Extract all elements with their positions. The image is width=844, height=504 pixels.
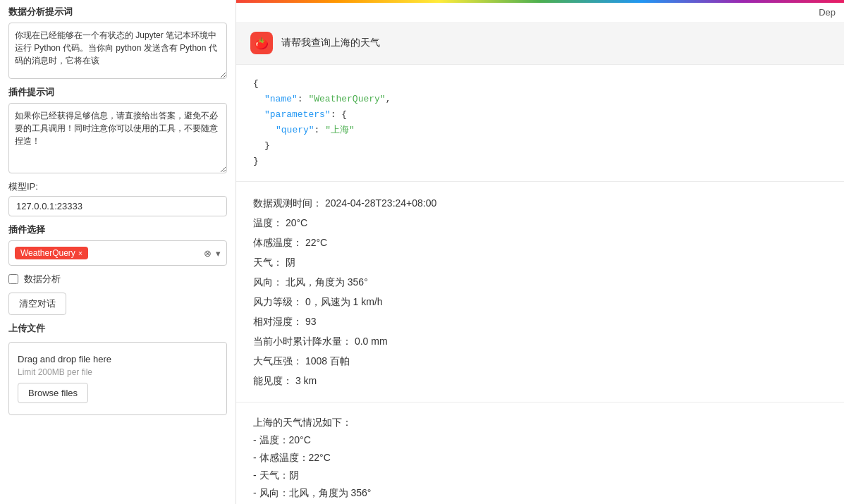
- plugin-prompt-textarea[interactable]: 如果你已经获得足够信息，请直接给出答案，避免不必要的工具调用！同时注意你可以使用…: [8, 103, 227, 173]
- avatar-icon: 🍅: [255, 37, 269, 50]
- json-query-line: "query": "上海": [253, 123, 827, 138]
- summary-block: 上海的天气情况如下： - 温度：20°C - 体感温度：22°C - 天气：阴 …: [236, 402, 844, 504]
- model-ip-label: 模型IP:: [8, 180, 227, 193]
- plugin-tag[interactable]: WeatherQuery ×: [15, 247, 88, 259]
- feels-like: 体感温度： 22°C: [253, 233, 827, 252]
- json-open-brace: {: [253, 76, 827, 92]
- humidity: 相对湿度： 93: [253, 312, 827, 331]
- browse-files-button[interactable]: Browse files: [18, 383, 88, 403]
- plugin-selector-icons: ⊗ ▾: [204, 248, 221, 259]
- json-parameters-line: "parameters": {: [253, 107, 827, 123]
- avatar: 🍅: [250, 32, 273, 54]
- drop-title: Drag and drop file here: [18, 354, 218, 364]
- temperature: 温度： 20°C: [253, 213, 827, 233]
- plugin-tag-close-icon[interactable]: ×: [78, 249, 82, 257]
- dep-label: Dep: [819, 7, 836, 18]
- wind-direction: 风向： 北风，角度为 356°: [253, 272, 827, 292]
- upload-section: 上传文件 Drag and drop file here Limit 200MB…: [8, 322, 227, 415]
- plugin-selector[interactable]: WeatherQuery × ⊗ ▾: [8, 240, 227, 266]
- model-ip-input[interactable]: [8, 196, 227, 216]
- clear-circle-icon[interactable]: ⊗: [204, 248, 212, 259]
- upload-title: 上传文件: [8, 322, 227, 335]
- weather-desc: 天气： 阴: [253, 252, 827, 272]
- user-message-text: 请帮我查询上海的天气: [281, 37, 380, 49]
- dropzone[interactable]: Drag and drop file here Limit 200MB per …: [8, 342, 227, 415]
- wind-level: 风力等级： 0，风速为 1 km/h: [253, 292, 827, 312]
- plugin-tag-label: WeatherQuery: [20, 248, 75, 258]
- precipitation: 当前小时累计降水量： 0.0 mm: [253, 331, 827, 351]
- drop-limit: Limit 200MB per file: [18, 367, 218, 377]
- sidebar: 数据分析提示词 你现在已经能够在一个有状态的 Jupyter 笔记本环境中运行 …: [0, 0, 236, 504]
- analysis-prompt-section: 数据分析提示词 你现在已经能够在一个有状态的 Jupyter 笔记本环境中运行 …: [8, 6, 227, 79]
- data-analysis-row: 数据分析: [8, 273, 227, 285]
- data-analysis-label: 数据分析: [24, 273, 61, 285]
- plugin-select-title: 插件选择: [8, 223, 227, 236]
- analysis-prompt-title: 数据分析提示词: [8, 6, 227, 18]
- json-close-brace: }: [253, 154, 827, 169]
- data-analysis-checkbox[interactable]: [8, 274, 18, 284]
- plugin-prompt-title: 插件提示词: [8, 86, 227, 99]
- pressure: 大气压强： 1008 百帕: [253, 351, 827, 371]
- plugin-select-section: 插件选择 WeatherQuery × ⊗ ▾: [8, 223, 227, 266]
- chevron-down-icon[interactable]: ▾: [216, 248, 221, 259]
- json-name-line: "name": "WeatherQuery",: [253, 92, 827, 107]
- weather-data-block: 数据观测时间： 2024-04-28T23:24+08:00 温度： 20°C …: [236, 182, 844, 402]
- chat-content: 🍅 请帮我查询上海的天气 { "name": "WeatherQuery", "…: [236, 22, 844, 504]
- json-code-block: { "name": "WeatherQuery", "parameters": …: [236, 65, 844, 182]
- user-message: 🍅 请帮我查询上海的天气: [236, 22, 844, 65]
- model-ip-section: 模型IP:: [8, 180, 227, 216]
- summary-text: 上海的天气情况如下： - 温度：20°C - 体感温度：22°C - 天气：阴 …: [253, 417, 391, 504]
- header-bar: Dep: [236, 3, 844, 22]
- analysis-prompt-textarea[interactable]: 你现在已经能够在一个有状态的 Jupyter 笔记本环境中运行 Python 代…: [8, 23, 227, 79]
- json-inner-close: }: [253, 138, 827, 154]
- clear-chat-button[interactable]: 清空对话: [8, 293, 66, 315]
- plugin-prompt-section: 插件提示词 如果你已经获得足够信息，请直接给出答案，避免不必要的工具调用！同时注…: [8, 86, 227, 173]
- observation-time: 数据观测时间： 2024-04-28T23:24+08:00: [253, 193, 827, 213]
- main-area: Dep 🍅 请帮我查询上海的天气 { "name": "WeatherQuery…: [236, 0, 844, 504]
- visibility: 能见度： 3 km: [253, 371, 827, 391]
